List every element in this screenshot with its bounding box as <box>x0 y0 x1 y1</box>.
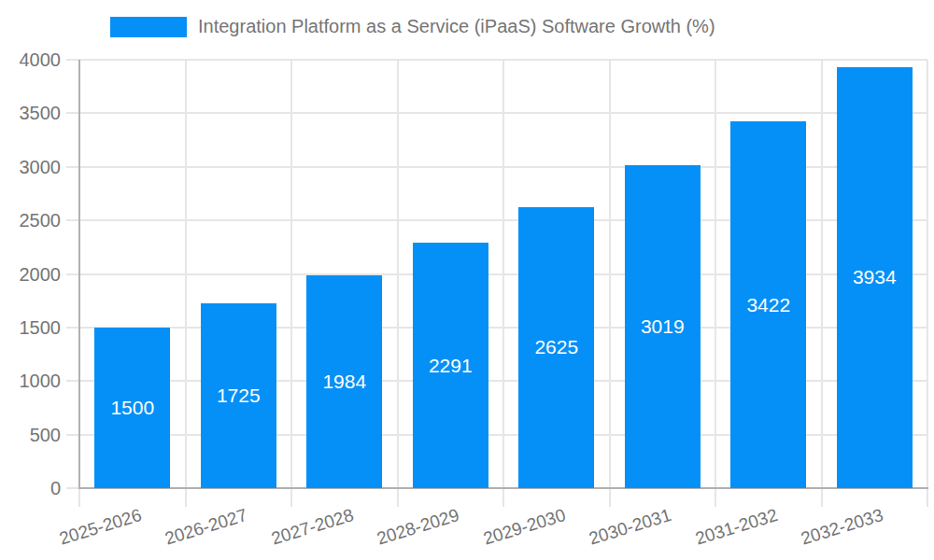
x-axis-tick-label: 2027-2028 <box>269 505 356 550</box>
y-gridline <box>66 112 927 114</box>
x-axis-tick-label: 2026-2027 <box>163 505 249 550</box>
bar-chart: Integration Platform as a Service (iPaaS… <box>0 0 934 560</box>
y-axis-tick-label: 500 <box>0 424 61 446</box>
y-axis-tick-label: 2500 <box>0 209 61 231</box>
bar-value-label: 1725 <box>201 385 276 407</box>
y-axis-tick-label: 3000 <box>0 156 61 178</box>
x-gridline <box>502 60 504 507</box>
x-gridline <box>609 60 611 507</box>
x-gridline <box>185 60 187 507</box>
x-axis-tick-label: 2031-2032 <box>693 505 780 550</box>
bar-value-label: 3934 <box>837 266 913 288</box>
legend: Integration Platform as a Service (iPaaS… <box>110 16 715 37</box>
legend-swatch <box>110 17 187 37</box>
x-gridline <box>290 60 292 507</box>
bar-value-label: 3019 <box>625 315 700 338</box>
x-gridline <box>397 60 399 507</box>
x-axis-tick-label: 2029-2030 <box>481 505 568 550</box>
x-axis-tick-label: 2028-2029 <box>375 505 461 550</box>
y-gridline <box>66 59 927 61</box>
x-gridline <box>715 60 716 507</box>
bar-value-label: 1984 <box>306 371 382 393</box>
legend-label: Integration Platform as a Service (iPaaS… <box>198 16 715 37</box>
bar-value-label: 1500 <box>94 397 170 419</box>
bar-value-label: 2291 <box>413 355 488 377</box>
y-axis-tick-label: 1000 <box>0 370 61 392</box>
y-axis-tick-label: 2000 <box>0 263 61 286</box>
x-axis-tick-label: 2032-2033 <box>799 505 885 550</box>
y-axis-tick-label: 0 <box>0 477 61 499</box>
y-axis-line <box>78 60 80 488</box>
x-gridline <box>821 60 823 507</box>
y-axis-tick-label: 4000 <box>0 49 61 71</box>
bar-value-label: 3422 <box>730 294 806 316</box>
bar-value-label: 2625 <box>518 336 594 358</box>
x-axis-tick-label: 2025-2026 <box>57 505 144 550</box>
x-axis-tick-label: 2030-2031 <box>587 505 673 550</box>
x-gridline <box>927 60 928 507</box>
y-axis-tick-label: 1500 <box>0 316 61 339</box>
y-axis-tick-label: 3500 <box>0 102 61 124</box>
